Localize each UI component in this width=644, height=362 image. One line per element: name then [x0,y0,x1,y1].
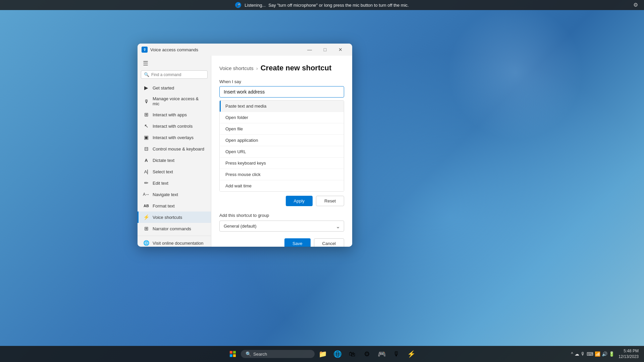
apply-button[interactable]: Apply [286,196,313,206]
manage-voice-icon: 🎙 [143,98,149,104]
breadcrumb: Voice shortcuts › Create new shortcut [219,64,344,72]
sidebar-label-narrator: Narrator commands [153,226,191,231]
sidebar-item-navigate-text[interactable]: A↔ Navigate text [138,189,211,200]
breadcrumb-link[interactable]: Voice shortcuts [219,65,254,71]
date-display: 12/13/2023 [619,354,639,360]
sidebar-item-interact-controls[interactable]: ↖ Interact with controls [138,120,211,132]
command-search-input[interactable] [151,72,205,77]
start-button[interactable] [226,347,239,361]
svg-rect-3 [233,354,236,357]
maximize-button[interactable]: □ [317,44,333,56]
get-started-icon: ▶ [143,85,149,91]
taskbar-store[interactable]: 🛍 [345,347,359,361]
sidebar-item-manage-voice[interactable]: 🎙 Manage voice access & mic [138,94,211,109]
group-select[interactable]: General (default) [219,221,344,232]
dropdown-item-open-file[interactable]: Open file [220,123,344,134]
mic-tray-icon[interactable]: 🎙 [581,351,585,357]
sidebar-label-navigate: Navigate text [153,192,178,197]
hamburger-icon[interactable]: ☰ [142,58,150,68]
dropdown-item-press-mouse[interactable]: Press mouse click [220,169,344,180]
battery-icon[interactable]: 🔋 [609,351,614,357]
navigate-text-icon: A↔ [143,191,149,197]
group-select-wrapper[interactable]: General (default) [219,221,344,232]
sidebar-item-narrator[interactable]: ⊞ Narrator commands [138,223,211,234]
taskbar-search[interactable]: 🔍 Search [241,350,315,358]
sidebar-item-visit-docs[interactable]: 🌐 Visit online documentation [138,237,211,247]
sidebar-item-get-started[interactable]: ▶ Get started [138,82,211,94]
svg-rect-0 [230,351,232,354]
minimize-button[interactable]: — [302,44,317,56]
taskbar-xbox[interactable]: 🎮 [375,347,388,361]
system-tray: ^ ☁ 🎙 ⌨ 📶 🔊 🔋 [571,351,614,357]
dropdown-item-open-folder[interactable]: Open folder [220,112,344,123]
search-box[interactable]: 🔍 [141,70,208,79]
listening-icon: 🎤 [235,2,241,8]
sidebar-label-interact-apps: Interact with apps [153,112,187,117]
sidebar-label-get-started: Get started [153,85,174,90]
app-icon: 🎙 [142,47,148,53]
volume-icon[interactable]: 🔊 [602,351,607,357]
save-button[interactable]: Save [284,238,311,247]
interact-controls-icon: ↖ [143,123,149,129]
window-title: Voice access commands [150,47,302,52]
cloud-icon[interactable]: ☁ [575,351,579,357]
chevron-up-icon[interactable]: ^ [571,351,573,357]
sidebar-item-control-mouse[interactable]: ⊟ Control mouse & keyboard [138,143,211,155]
network-icon[interactable]: 📶 [595,351,600,357]
breadcrumb-current: Create new shortcut [261,64,332,72]
dropdown-item-open-url[interactable]: Open URL [220,146,344,157]
sidebar-label-voice-shortcuts: Voice shortcuts [153,215,182,220]
taskbar-right: ^ ☁ 🎙 ⌨ 📶 🔊 🔋 5:48 PM 12/13/2023 [571,348,639,360]
sidebar-item-interact-overlays[interactable]: ▣ Interact with overlays [138,132,211,143]
sidebar-label-control-mouse: Control mouse & keyboard [153,146,204,152]
sidebar-label-edit: Edit text [153,181,168,186]
sidebar-label-format: Format text [153,203,175,208]
close-button[interactable]: ✕ [333,44,348,56]
search-icon: 🔍 [144,72,149,77]
cancel-button[interactable]: Cancel [314,238,344,247]
dropdown-item-open-app[interactable]: Open application [220,134,344,146]
select-text-icon: Aǀ [143,169,149,175]
voice-shortcuts-icon: ⚡ [143,214,149,220]
sidebar-label-interact-overlays: Interact with overlays [153,135,194,140]
titlebar: 🎙 Voice access commands — □ ✕ [138,44,352,56]
sidebar-label-dictate: Dictate text [153,158,174,163]
dropdown-item-press-keys[interactable]: Press keyboard keys [220,157,344,169]
sidebar-item-voice-shortcuts[interactable]: ⚡ Voice shortcuts [138,212,211,223]
visit-docs-icon: 🌐 [143,240,149,246]
when-i-say-input[interactable] [219,86,344,98]
sidebar-label-interact-controls: Interact with controls [153,124,193,129]
edit-text-icon: ✏ [143,180,149,186]
taskbar-file-manager[interactable]: 📁 [316,347,329,361]
sidebar-item-format-text[interactable]: AB Format text [138,200,211,212]
instruction-text: Say "turn off microphone" or long press … [268,3,409,8]
taskbar-more[interactable]: ⚡ [405,347,418,361]
dropdown-item-add-wait[interactable]: Add wait time [220,180,344,191]
sidebar-item-edit-text[interactable]: ✏ Edit text [138,177,211,189]
narrator-icon: ⊞ [143,226,149,232]
keyboard-icon[interactable]: ⌨ [587,351,593,357]
taskbar-voice[interactable]: 🎙 [390,347,403,361]
taskbar-settings[interactable]: ⚙ [360,347,374,361]
dropdown-item-paste-text[interactable]: Paste text and media [220,101,344,112]
clock[interactable]: 5:48 PM 12/13/2023 [619,348,639,360]
taskbar-browser[interactable]: 🌐 [331,347,344,361]
main-content: Voice shortcuts › Create new shortcut Wh… [211,56,352,247]
sidebar-header: ☰ [138,56,211,70]
reset-button[interactable]: Reset [316,196,344,206]
settings-icon[interactable]: ⚙ [633,2,640,8]
voice-access-window: 🎙 Voice access commands — □ ✕ ☰ 🔍 ▶ Get … [138,44,352,247]
top-bar: 🎤 Listening... Say "turn off microphone"… [0,0,644,10]
window-body: ☰ 🔍 ▶ Get started 🎙 Manage voice access … [138,56,352,247]
when-i-say-label: When I say [219,79,344,84]
dictate-icon: A [143,157,149,163]
window-controls: — □ ✕ [302,44,348,56]
action-dropdown-list: Paste text and media Open folder Open fi… [219,100,344,192]
interact-overlays-icon: ▣ [143,134,149,140]
sidebar: ☰ 🔍 ▶ Get started 🎙 Manage voice access … [138,56,211,247]
sidebar-item-dictate-text[interactable]: A Dictate text [138,155,211,166]
sidebar-item-select-text[interactable]: Aǀ Select text [138,166,211,177]
taskbar-search-label: Search [253,352,267,357]
sidebar-item-interact-apps[interactable]: ⊞ Interact with apps [138,109,211,120]
nav-divider [138,236,211,236]
